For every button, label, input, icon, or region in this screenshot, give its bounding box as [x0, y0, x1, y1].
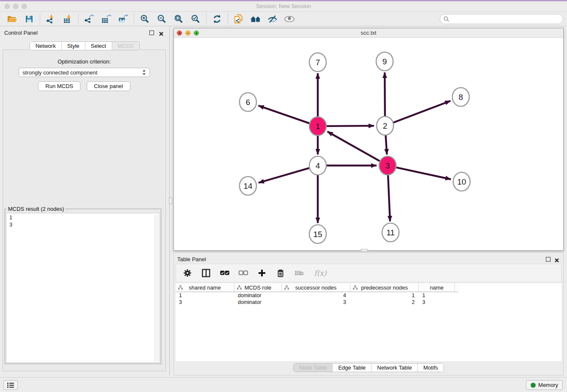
horizontal-splitter-handle[interactable] [361, 249, 368, 252]
cell[interactable]: dominator [234, 299, 282, 306]
edge-3-10[interactable] [396, 167, 451, 179]
criterion-dropdown[interactable]: strongly connected component [19, 68, 150, 77]
zoom-out-icon[interactable] [153, 13, 170, 25]
zoom-fit-icon[interactable] [170, 13, 187, 25]
node-4[interactable]: 4 [309, 156, 326, 175]
unchecked-boxes-icon[interactable] [239, 268, 248, 278]
tab-network-table[interactable]: Network Table [372, 364, 418, 372]
cell[interactable]: 3 [176, 299, 234, 306]
node-6[interactable]: 6 [239, 93, 256, 111]
window-close-button[interactable] [5, 4, 10, 9]
gear-icon[interactable] [183, 268, 192, 278]
close-panel-button[interactable]: Close panel [87, 81, 130, 91]
tab-select[interactable]: Select [85, 42, 112, 50]
window-minimize-button[interactable] [13, 4, 18, 9]
cell[interactable]: dominator [234, 292, 282, 299]
eye-slash-icon[interactable] [264, 13, 281, 25]
network-graph: 7968124314101511 [174, 38, 563, 250]
node-9[interactable]: 9 [376, 52, 393, 71]
result-scrollbar[interactable] [154, 215, 159, 362]
node-3[interactable]: 3 [379, 156, 396, 175]
float-table-panel-icon[interactable] [546, 257, 550, 262]
edge-2-3[interactable] [385, 134, 387, 155]
copy-network-icon[interactable] [230, 13, 247, 25]
houses-icon[interactable] [247, 13, 264, 25]
network-canvas[interactable]: 7968124314101511 [174, 38, 563, 250]
network-minimize-button[interactable] [185, 30, 190, 36]
svg-text:7: 7 [316, 58, 320, 67]
edge-2-9[interactable] [385, 72, 385, 118]
svg-text:4: 4 [316, 161, 320, 170]
status-bar: Memory [0, 377, 567, 392]
edge-4-14[interactable] [259, 168, 310, 182]
network-export-icon[interactable] [81, 13, 98, 25]
close-table-panel-icon[interactable] [554, 257, 559, 262]
eye-icon[interactable] [281, 13, 298, 25]
node-2[interactable]: 2 [377, 116, 394, 135]
column-header-MCDS-role[interactable]: MCDS role [234, 283, 282, 292]
edge-3-11[interactable] [388, 174, 390, 221]
task-list-button[interactable] [3, 380, 18, 390]
tab-motifs[interactable]: Motifs [418, 364, 443, 372]
table-row[interactable]: 3dominator323 [176, 299, 561, 306]
trash-icon[interactable] [276, 268, 285, 278]
network-zoom-button[interactable] [194, 30, 199, 36]
node-15[interactable]: 15 [309, 225, 326, 243]
column-header-name[interactable]: name [419, 283, 455, 292]
node-7[interactable]: 7 [309, 53, 326, 72]
network-window-titlebar: scc.txt [174, 28, 563, 38]
node-11[interactable]: 11 [382, 223, 399, 242]
tab-style[interactable]: Style [62, 42, 85, 50]
close-panel-icon[interactable] [159, 30, 164, 36]
network-window-title: scc.txt [361, 30, 377, 36]
network-import-icon[interactable] [42, 13, 59, 25]
column-header-successor-nodes[interactable]: successor nodes [282, 283, 350, 292]
network-close-button[interactable] [177, 30, 182, 36]
tab-edge-table[interactable]: Edge Table [333, 364, 372, 372]
columns-icon[interactable] [201, 268, 211, 278]
cell[interactable]: 4 [282, 292, 350, 299]
delete-table-icon[interactable] [295, 268, 304, 278]
tab-node-table[interactable]: Node Table [294, 364, 333, 372]
tab-network[interactable]: Network [30, 42, 62, 50]
cell[interactable]: 3 [419, 299, 455, 306]
svg-text:15: 15 [313, 230, 322, 239]
node-10[interactable]: 10 [453, 172, 470, 191]
float-panel-icon[interactable] [149, 30, 154, 35]
edge-3-1[interactable] [328, 132, 381, 162]
cell[interactable]: 1 [350, 292, 419, 299]
zoom-in-icon[interactable] [136, 13, 153, 25]
vertical-splitter-handle[interactable] [169, 197, 172, 204]
table-row[interactable]: 1dominator411 [176, 292, 561, 299]
mcds-result-list[interactable]: 1 3 [6, 213, 160, 363]
table-import-icon[interactable] [59, 13, 76, 25]
cell[interactable]: 1 [419, 292, 455, 299]
function-builder-icon[interactable]: f(x) [313, 268, 328, 278]
tab-mcds[interactable]: MCDS [112, 42, 139, 50]
column-header-shared-name[interactable]: shared name [176, 283, 234, 292]
search-input[interactable] [452, 16, 558, 22]
edge-2-8[interactable] [393, 101, 451, 123]
memory-button[interactable]: Memory [526, 380, 563, 390]
run-mcds-button[interactable]: Run MCDS [38, 81, 80, 91]
criterion-dropdown-value: strongly connected component [22, 69, 142, 76]
table-tabs: Node TableEdge TableNetwork TableMotifs [293, 363, 444, 372]
cell[interactable]: 2 [350, 299, 419, 306]
zoom-selected-icon[interactable] [187, 13, 204, 25]
node-14[interactable]: 14 [239, 177, 256, 195]
cell[interactable]: 3 [282, 299, 350, 306]
folder-open-icon[interactable] [4, 13, 21, 25]
node-1[interactable]: 1 [309, 117, 326, 135]
node-8[interactable]: 8 [452, 88, 469, 106]
cell[interactable]: 1 [176, 292, 234, 299]
column-header-predecessor-nodes[interactable]: predecessor nodes [350, 283, 419, 292]
refresh-icon[interactable] [209, 13, 226, 25]
edge-1-6[interactable] [259, 105, 310, 123]
edge-1-2[interactable] [326, 126, 374, 126]
add-row-icon[interactable] [257, 268, 267, 278]
window-zoom-button[interactable] [22, 4, 27, 9]
image-export-icon[interactable] [115, 13, 132, 25]
checked-boxes-icon[interactable] [220, 268, 229, 278]
save-icon[interactable] [21, 13, 38, 25]
table-export-icon[interactable] [98, 13, 115, 25]
